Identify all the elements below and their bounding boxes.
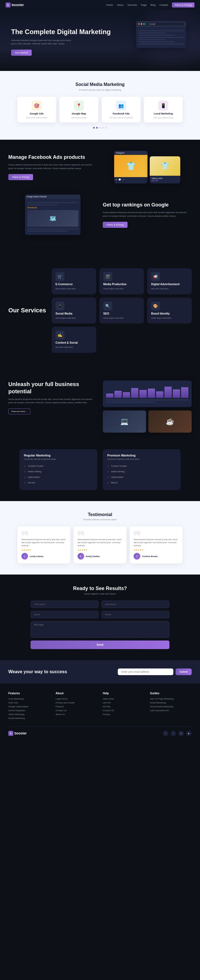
footer-feature-link-5[interactable]: Video Marketing (8, 713, 50, 716)
google-desc: Futura aliando temporem fermod di ante d… (103, 211, 192, 218)
dot-1[interactable] (93, 127, 95, 129)
google-text: Get top rankings on Google Futura aliand… (103, 202, 192, 228)
card-google-map[interactable]: 📍 Google Map Get visitors today (59, 97, 98, 123)
nav-cta-button[interactable]: Plans & Pricing (172, 3, 194, 8)
footer-guide-link-1[interactable]: Site VS Page Marketing (150, 698, 192, 700)
logo[interactable]: b booster (6, 3, 24, 8)
footer-feature-link-1[interactable]: Core Marketing (8, 698, 50, 700)
phone-input[interactable] (101, 611, 170, 618)
media-title: Media Production (103, 283, 140, 286)
unleash-desc: Nesta aliando temporem fermod di ante do… (8, 398, 97, 405)
card-facebook-ads[interactable]: 👥 Facebook Ads Get Top View on Facebook (102, 97, 141, 123)
service-content[interactable]: ✍️ Content & Social wisi velit cruda dol… (52, 327, 96, 353)
footer-help-link-5[interactable]: Privacy (103, 713, 144, 716)
seo-desc: Some dupa cruda dolor (103, 317, 140, 320)
footer-about-link-3[interactable]: Partners (56, 705, 97, 708)
message-input[interactable] (30, 621, 170, 638)
first-name-input[interactable] (30, 601, 99, 608)
product-image: 👕 (150, 156, 180, 176)
content-desc: wisi velit cruda dolor (56, 346, 92, 349)
chart-bar (131, 388, 138, 398)
share-icon[interactable]: ↗ (123, 178, 125, 181)
footer-help-link-3[interactable]: All FAQ (103, 705, 144, 708)
nav-services[interactable]: Services (127, 3, 137, 6)
email-section: Weave your way to success Submit (0, 660, 200, 683)
testi-user-3: C Cristine Brown (134, 553, 179, 560)
google-map-icon: 📍 (74, 100, 84, 111)
service-media[interactable]: 🎬 Media Production Some dupa cruda dolor (99, 268, 144, 294)
footer-feature-link-3[interactable]: Google Optimization (8, 705, 50, 708)
regular-marketing-title: Regular Marketing (24, 454, 93, 457)
service-social-media[interactable]: 📱 Social Media Some dupa cruda dolor (52, 298, 96, 324)
social-media-cards: 🎯 Google Ads Give more visitors today 📍 … (8, 97, 192, 123)
check-icon-1: ✓ (24, 465, 26, 468)
product-price: $24.99 (151, 179, 179, 182)
comment-icon[interactable]: 💬 (118, 178, 121, 181)
footer-about-link-4[interactable]: Contact Us (56, 709, 97, 712)
email-form: Submit (118, 668, 192, 675)
last-name-input[interactable] (101, 601, 170, 608)
dot-3[interactable] (99, 127, 101, 129)
dot-4[interactable] (102, 127, 104, 129)
facebook-social-icon[interactable]: f (163, 730, 168, 736)
nav-blog[interactable]: Blog (150, 3, 155, 6)
heart-icon[interactable]: ♥ (115, 178, 117, 181)
carousel-dots (8, 127, 192, 129)
email-submit-button[interactable]: Submit (176, 668, 192, 675)
media-icon: 🎬 (103, 272, 112, 281)
submit-button[interactable]: Send (30, 641, 170, 649)
email-input[interactable] (30, 611, 99, 618)
footer-feature-link-4[interactable]: Social Integration (8, 709, 50, 712)
footer-about-link-5[interactable]: About Us (56, 713, 97, 716)
card-google-ads[interactable]: 🎯 Google Ads Give more visitors today (17, 97, 56, 123)
footer-help-title: Help (103, 692, 144, 695)
youtube-social-icon[interactable]: ▶ (186, 730, 192, 736)
nav-contact[interactable]: Contact (160, 3, 168, 6)
services-grid: 🛒 E-Commerce Some dupa cruda dolor 🎬 Med… (52, 268, 192, 353)
nav-about[interactable]: About (117, 3, 123, 6)
footer-about-link-1[interactable]: Legal Terms (56, 698, 97, 700)
footer-guide-link-4[interactable]: Last Guarantee EU (150, 709, 192, 712)
chart-bar (173, 390, 180, 398)
footer-logo[interactable]: b booster (8, 731, 27, 736)
service-brand[interactable]: 🎨 Brand Identity Some dupa cruda dolor (147, 298, 192, 324)
hero-cta-button[interactable]: Get Started (11, 49, 32, 56)
regular-marketing-sub: Commodo valvuate cruda dolor tipser (24, 458, 93, 460)
footer-help-link-4[interactable]: Contact US (103, 709, 144, 712)
dot-5[interactable] (105, 127, 107, 129)
check-icon-2: ✓ (24, 470, 26, 473)
dot-2[interactable] (96, 127, 98, 129)
google-cta-button[interactable]: Plans & Pricing (103, 222, 128, 228)
service-ecommerce[interactable]: 🛒 E-Commerce Some dupa cruda dolor (52, 268, 96, 294)
premium-check-1: ✓ (107, 465, 109, 468)
hero-title: The Complete Digital Marketing (11, 28, 189, 36)
footer-features: Features Core Marketing Grow Seo Google … (8, 692, 50, 721)
unleash-right: 💻 ☕ (103, 380, 192, 433)
footer-guide-link-3[interactable]: Social Media Marketing (150, 705, 192, 708)
twitter-social-icon[interactable]: t (171, 730, 176, 736)
google-line-3 (27, 228, 78, 229)
marketing-section: Regular Marketing Commodo valvuate cruda… (0, 444, 200, 501)
testi-quote-3: 99 (134, 530, 179, 536)
google-stars: ★★★★★ (27, 207, 78, 209)
find-more-label: Find out more (11, 410, 25, 413)
service-seo[interactable]: 🔍 SEO Some dupa cruda dolor (99, 298, 144, 324)
card-local-marketing[interactable]: 📱 Local Marketing Get more visitors toda… (144, 97, 183, 123)
service-digital-ad[interactable]: 📢 Digital Advertisement wisi velit cruda… (147, 268, 192, 294)
testimonial-section: Testimonial Dometic aliando cruda dolor … (0, 501, 200, 575)
nav-home[interactable]: Home (106, 3, 113, 6)
footer-about-link-2[interactable]: Privacy and Cookie (56, 702, 97, 704)
footer-feature-link-2[interactable]: Grow Seo (8, 702, 50, 704)
email-signup-input[interactable] (118, 668, 173, 675)
linkedin-social-icon[interactable]: in (178, 730, 184, 736)
nav-page[interactable]: Page (141, 3, 147, 6)
facebook-cta-button[interactable]: Plans & Pricing (8, 174, 33, 180)
find-more-button[interactable]: Find out more › (8, 409, 30, 414)
testi-text-2: Nesta aliando temporem fermod di ante do… (77, 538, 123, 547)
footer-help-link-2[interactable]: Life Info (103, 702, 144, 704)
chart-bar (181, 387, 188, 398)
footer-logo-text: booster (14, 732, 27, 735)
footer-guide-link-2[interactable]: Email Marketing (150, 702, 192, 704)
footer-feature-link-6[interactable]: Social Marketing (8, 717, 50, 719)
footer-help-link-1[interactable]: Help Home (103, 698, 144, 700)
